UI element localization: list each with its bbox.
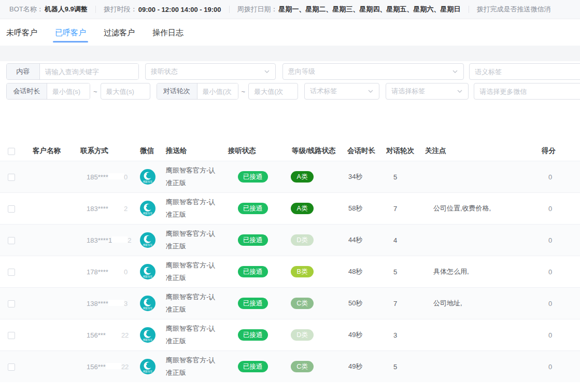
phone-cell: 178****0 [75,268,135,276]
col-duration: 会话时长 [342,146,381,156]
table-row: 185****0 鹰眼智客 鹰眼智客官方-认准正版 已接通 A类 34秒 5 0 [0,161,580,192]
filter-row-1: 内容 接听状态 意向等级 [6,63,580,80]
intent-level-select[interactable]: 意向等级 [282,63,464,80]
svg-text:鹰眼智客: 鹰眼智客 [143,306,153,310]
rounds-label: 对话轮次 [157,83,197,99]
table-row: 183****2 鹰眼智客 鹰眼智客官方-认准正版 已接通 A类 58秒 7 公… [0,192,580,224]
answer-status-badge: 已接通 [238,203,268,214]
col-wechat: 微信 [135,146,161,156]
filter-row-2: 会话时长 ~ 对话轮次 ~ 话术标签 请选择标签 [6,83,580,100]
script-tag-select[interactable]: 话术标签 [304,83,379,100]
more-wechat-input[interactable] [474,83,580,100]
push-target-cell: 鹰眼智客官方-认准正版 [161,259,223,284]
chevron-down-icon [264,68,270,75]
range-tilde: ~ [93,88,97,95]
svg-text:鹰眼智客: 鹰眼智客 [143,338,153,342]
tab-uncalled[interactable]: 未呼客户 [4,21,39,45]
push-target-cell: 鹰眼智客官方-认准正版 [161,228,223,253]
content-keyword-input[interactable] [40,64,138,79]
tag-select[interactable]: 请选择标签 [386,83,469,100]
focus-cell: 公司地址, [420,299,536,308]
push-target-cell: 鹰眼智客官方-认准正版 [161,164,223,189]
grade-badge: C类 [291,298,314,309]
divider [469,6,469,13]
col-rounds: 对话轮次 [381,146,420,156]
rounds-min-input[interactable] [197,83,238,99]
col-score: 得分 [536,146,580,156]
rounds-filter-group: 对话轮次 [157,83,238,100]
call-period-value: 09:00 - 12:00 14:00 - 19:00 [138,6,221,13]
blur-patch [112,236,128,243]
phone-cell: 183****2 [75,205,135,213]
row-checkbox[interactable] [8,205,15,213]
select-all-checkbox[interactable] [8,148,15,155]
wechat-avatar-icon: 鹰眼智客 [140,359,155,374]
phone-cell: 156***22 [75,363,135,371]
duration-cell: 34秒 [342,172,381,181]
answer-status-badge: 已接通 [238,329,268,341]
range-tilde: ~ [242,88,246,95]
duration-cell: 58秒 [342,204,381,213]
duration-cell: 44秒 [342,235,381,245]
phone-cell: 156***22 [75,331,135,339]
wechat-avatar-icon: 鹰眼智客 [140,327,155,343]
blur-patch [108,268,124,274]
row-checkbox[interactable] [8,300,15,307]
tab-called[interactable]: 已呼客户 [53,21,88,45]
row-checkbox[interactable] [8,269,15,276]
col-customer-name: 客户名称 [29,146,75,156]
phone-cell: 183****12 [75,236,135,244]
table-row: 183****12 鹰眼智客 鹰眼智客官方-认准正版 已接通 D类 44秒 4 … [0,224,580,256]
rounds-cell: 5 [381,363,420,371]
row-checkbox[interactable] [8,363,15,371]
rounds-max-input[interactable] [248,83,298,100]
duration-cell: 48秒 [342,267,381,276]
table-row: 156***22 鹰眼智客 鹰眼智客官方-认准正版 已接通 C类 49秒 5 0 [0,351,580,382]
row-checkbox[interactable] [8,237,15,244]
blur-patch [106,363,121,369]
svg-text:鹰眼智客: 鹰眼智客 [143,180,153,184]
rounds-cell: 7 [381,300,420,307]
push-wechat-label: 拨打完成是否推送微信消 [477,5,551,14]
table-row: 156***22 鹰眼智客 鹰眼智客官方-认准正版 已接通 D类 49秒 3 0 [0,319,580,351]
duration-cell: 49秒 [342,330,381,340]
blur-patch [108,173,124,179]
filter-panel: 内容 接听状态 意向等级 会话时长 ~ 对话轮次 ~ 话术标签 [0,61,580,100]
semantic-tag-input[interactable] [469,63,580,80]
duration-label: 会话时长 [7,83,47,99]
bot-info-bar: BOT名称： 机器人9.9调整 拨打时段： 09:00 - 12:00 14:0… [0,0,580,19]
rounds-cell: 5 [381,268,420,276]
score-cell: 0 [536,363,580,371]
weekly-days-value: 星期一、星期二、星期三、星期四、星期五、星期六、星期日 [279,5,461,14]
col-answer-status: 接听状态 [223,146,287,156]
push-target-cell: 鹰眼智客官方-认准正版 [161,323,223,347]
svg-text:鹰眼智客: 鹰眼智客 [143,275,153,278]
answer-status-badge: 已接通 [238,234,268,246]
tab-operation-log[interactable]: 操作日志 [150,21,186,45]
grade-badge: A类 [291,203,314,214]
bot-name-label: BOT名称： [9,5,44,14]
bot-name-value: 机器人9.9调整 [45,5,88,14]
score-cell: 0 [536,268,580,276]
duration-max-input[interactable] [101,83,150,100]
duration-cell: 49秒 [342,362,381,371]
wechat-avatar-icon: 鹰眼智客 [140,169,155,185]
push-target-cell: 鹰眼智客官方-认准正版 [161,354,223,379]
duration-cell: 50秒 [342,299,381,308]
push-target-cell: 鹰眼智客官方-认准正版 [161,196,223,221]
row-checkbox[interactable] [8,332,15,339]
tab-filtered[interactable]: 过滤客户 [102,21,137,45]
duration-min-input[interactable] [47,83,90,99]
score-cell: 0 [536,173,580,181]
grade-badge: A类 [291,171,314,183]
row-checkbox[interactable] [8,174,15,181]
table-row: 178****0 鹰眼智客 鹰眼智客官方-认准正版 已接通 B类 48秒 5 具… [0,256,580,287]
divider [95,6,96,13]
grade-badge: B类 [291,266,314,277]
col-contact: 联系方式 [75,146,135,156]
content-label: 内容 [7,64,40,79]
svg-text:鹰眼智客: 鹰眼智客 [143,370,153,373]
blur-patch [108,205,124,211]
section-divider-band [0,46,580,61]
answer-status-select[interactable]: 接听状态 [145,63,276,80]
